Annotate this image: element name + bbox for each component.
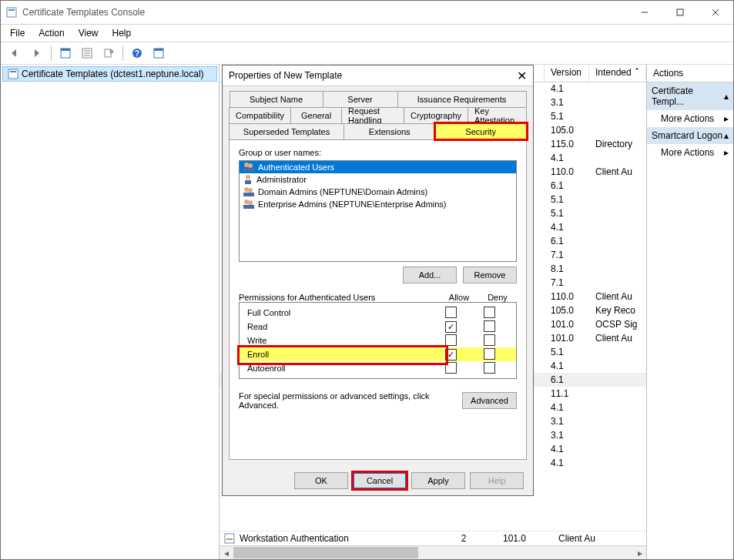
allow-header: Allow bbox=[440, 293, 478, 302]
minimize-button[interactable] bbox=[627, 1, 662, 24]
svg-point-21 bbox=[244, 163, 249, 167]
add-button[interactable]: Add... bbox=[403, 267, 457, 283]
actions-section-smartcard[interactable]: Smartcard Logon ▴ bbox=[647, 127, 733, 144]
deny-checkbox[interactable] bbox=[484, 348, 495, 360]
deny-checkbox[interactable] bbox=[484, 362, 495, 374]
tab-request-handling[interactable]: Request Handling bbox=[342, 107, 404, 123]
permission-name: Write bbox=[247, 336, 431, 345]
scroll-thumb[interactable] bbox=[233, 547, 418, 558]
permission-name: Autoenroll bbox=[247, 364, 431, 373]
list-button[interactable] bbox=[77, 44, 97, 62]
tree-pane: Certificate Templates (dctest1.neptune.l… bbox=[1, 65, 220, 559]
dialog-close-button[interactable]: ✕ bbox=[517, 69, 527, 83]
tab-compatibility[interactable]: Compatibility bbox=[229, 107, 291, 123]
ok-button[interactable]: OK bbox=[294, 472, 348, 489]
svg-point-22 bbox=[248, 163, 253, 168]
help-button[interactable]: ? bbox=[127, 44, 147, 62]
permission-row: Write bbox=[240, 334, 516, 347]
tab-superseded-templates[interactable]: Superseded Templates bbox=[229, 123, 344, 139]
horizontal-scrollbar[interactable]: ◂ ▸ bbox=[220, 545, 646, 559]
allow-checkbox[interactable] bbox=[445, 307, 457, 318]
tab-security[interactable]: Security bbox=[435, 123, 527, 139]
actions-pane: Actions Certificate Templ... ▴ More Acti… bbox=[646, 65, 733, 559]
dialog-tabs: Subject Name Server Issuance Requirement… bbox=[223, 86, 533, 139]
tab-subject-name[interactable]: Subject Name bbox=[230, 91, 323, 107]
toolbar: ? bbox=[1, 42, 733, 65]
collapse-icon: ▴ bbox=[724, 130, 729, 141]
tab-issuance-requirements[interactable]: Issuance Requirements bbox=[398, 91, 527, 107]
help-button[interactable]: Help bbox=[470, 472, 524, 489]
properties-button[interactable] bbox=[55, 44, 75, 62]
tab-key-attestation[interactable]: Key Attestation bbox=[468, 107, 527, 123]
tab-extensions[interactable]: Extensions bbox=[344, 123, 436, 139]
group-row[interactable]: Administrator bbox=[240, 173, 516, 186]
chevron-right-icon: ▸ bbox=[724, 147, 729, 158]
svg-rect-1 bbox=[8, 9, 15, 11]
template-icon bbox=[224, 533, 235, 544]
deny-checkbox[interactable] bbox=[484, 320, 495, 332]
svg-rect-23 bbox=[243, 168, 254, 172]
scroll-left-arrow[interactable]: ◂ bbox=[220, 546, 233, 559]
back-button[interactable] bbox=[5, 44, 25, 62]
user-icon bbox=[243, 174, 253, 185]
dialog-titlebar: Properties of New Template ✕ bbox=[223, 65, 533, 86]
actions-section-templates[interactable]: Certificate Templ... ▴ bbox=[647, 82, 733, 110]
scroll-right-arrow[interactable]: ▸ bbox=[633, 546, 646, 559]
deny-checkbox[interactable] bbox=[484, 307, 495, 318]
col-version[interactable]: Version bbox=[545, 65, 589, 82]
app-window: Certificate Templates Console File Actio… bbox=[0, 0, 734, 560]
permission-row: Enroll bbox=[240, 347, 516, 361]
remove-button[interactable]: Remove bbox=[463, 267, 517, 283]
menubar: File Action View Help bbox=[1, 25, 733, 42]
menu-help[interactable]: Help bbox=[106, 26, 138, 40]
actions-more-2[interactable]: More Actions ▸ bbox=[647, 144, 733, 161]
close-button[interactable] bbox=[698, 1, 733, 24]
tree-item-certificate-templates[interactable]: Certificate Templates (dctest1.neptune.l… bbox=[2, 66, 217, 82]
allow-checkbox[interactable] bbox=[445, 362, 457, 374]
allow-checkbox[interactable] bbox=[445, 321, 457, 333]
svg-rect-28 bbox=[243, 193, 254, 196]
group-names-label: Group or user names: bbox=[239, 148, 517, 157]
tab-server[interactable]: Server bbox=[323, 91, 398, 107]
group-row[interactable]: Enterprise Admins (NEPTUNE\Enterprise Ad… bbox=[240, 198, 516, 210]
export-button[interactable] bbox=[99, 44, 119, 62]
svg-point-24 bbox=[246, 175, 250, 179]
titlebar: Certificate Templates Console bbox=[1, 1, 733, 25]
group-name: Domain Admins (NEPTUNE\Domain Admins) bbox=[258, 187, 427, 196]
apply-button[interactable]: Apply bbox=[411, 472, 465, 489]
template-ver: 101.0 bbox=[503, 533, 554, 544]
menu-view[interactable]: View bbox=[72, 26, 105, 40]
deny-checkbox[interactable] bbox=[484, 334, 495, 346]
svg-rect-12 bbox=[105, 49, 111, 57]
svg-rect-7 bbox=[61, 49, 70, 51]
svg-rect-16 bbox=[154, 49, 163, 51]
deny-header: Deny bbox=[478, 293, 517, 302]
properties-dialog: Properties of New Template ✕ Subject Nam… bbox=[222, 65, 534, 496]
bottom-visible-row[interactable]: Workstation Authentication 2 101.0 Clien… bbox=[220, 531, 646, 545]
group-name: Administrator bbox=[256, 175, 307, 184]
permission-row: Autoenroll bbox=[240, 361, 516, 375]
group-row[interactable]: Domain Admins (NEPTUNE\Domain Admins) bbox=[240, 186, 516, 198]
allow-checkbox[interactable] bbox=[445, 349, 457, 360]
allow-checkbox[interactable] bbox=[445, 334, 457, 346]
refresh-button[interactable] bbox=[149, 44, 169, 62]
forward-button[interactable] bbox=[27, 44, 47, 62]
menu-action[interactable]: Action bbox=[32, 26, 70, 40]
advanced-button[interactable]: Advanced bbox=[462, 392, 517, 409]
group-row[interactable]: Authenticated Users bbox=[240, 161, 516, 173]
security-tab-body: Group or user names: Authenticated Users… bbox=[229, 139, 527, 460]
dialog-title: Properties of New Template bbox=[229, 70, 342, 81]
col-intended[interactable]: Intended ˄ bbox=[589, 65, 646, 82]
svg-rect-20 bbox=[226, 538, 233, 540]
cancel-button[interactable]: Cancel bbox=[353, 472, 407, 489]
actions-header: Actions bbox=[647, 65, 733, 82]
maximize-button[interactable] bbox=[662, 1, 698, 24]
actions-more-1[interactable]: More Actions ▸ bbox=[647, 110, 733, 127]
tab-cryptography[interactable]: Cryptography bbox=[404, 107, 468, 123]
tab-general[interactable]: General bbox=[291, 107, 342, 123]
toolbar-divider bbox=[122, 45, 123, 61]
svg-rect-25 bbox=[245, 180, 251, 184]
group-names-list[interactable]: Authenticated UsersAdministratorDomain A… bbox=[239, 160, 517, 262]
menu-file[interactable]: File bbox=[4, 26, 31, 40]
permissions-label: Permissions for Authenticated Users bbox=[239, 293, 440, 302]
